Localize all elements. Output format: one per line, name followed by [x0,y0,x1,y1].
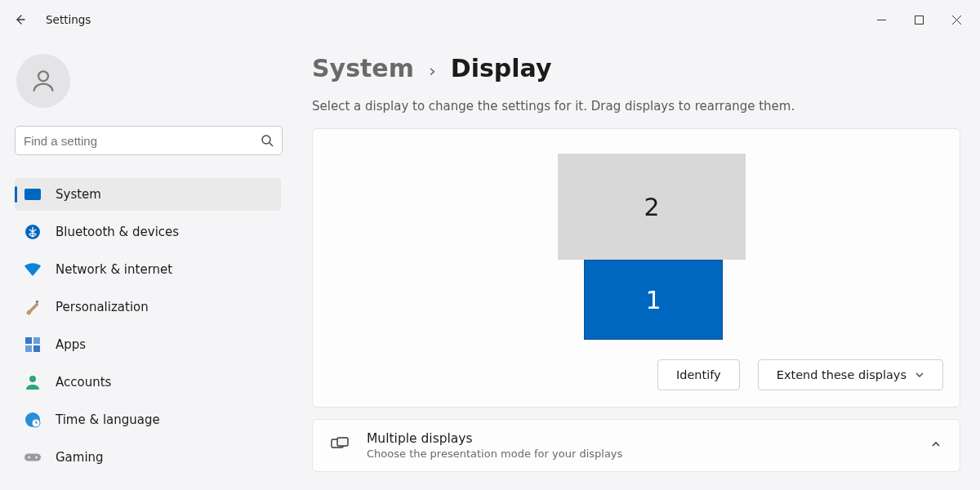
close-icon [952,16,961,24]
wifi-icon [24,261,41,278]
display-tile-2[interactable]: 2 [558,154,746,260]
svg-rect-13 [24,453,41,461]
window-controls [862,7,975,33]
svg-rect-9 [33,345,40,352]
search-input[interactable] [24,134,261,148]
identify-button[interactable]: Identify [657,359,740,390]
sidebar-item-label: Bluetooth & devices [56,225,179,239]
breadcrumb: System › Display [312,54,957,82]
user-icon [29,67,57,95]
apps-icon [24,336,41,353]
sidebar-item-label: Apps [56,337,86,352]
search-box[interactable] [15,126,283,155]
bluetooth-icon [24,224,41,240]
sidebar-item-label: Gaming [56,450,104,465]
sidebar-item-label: Accounts [56,375,111,390]
display-arrangement-area[interactable]: 2 1 [329,154,943,341]
svg-rect-7 [33,337,40,344]
sidebar-item-system[interactable]: System [15,178,281,211]
section-subtitle: Choose the presentation mode for your di… [367,448,912,460]
section-title: Multiple displays [367,431,912,446]
card-actions: Identify Extend these displays [329,359,943,390]
svg-point-14 [28,457,30,459]
sidebar-item-label: Network & internet [56,262,172,277]
sidebar-item-label: Personalization [56,300,149,314]
display-label: 1 [645,286,661,314]
sidebar-item-bluetooth[interactable]: Bluetooth & devices [15,216,281,248]
titlebar: Settings [0,0,980,39]
svg-point-2 [262,136,270,144]
svg-rect-17 [337,438,348,446]
accounts-icon [24,374,41,390]
display-icon [24,186,41,203]
page-subtitle: Select a display to change the settings … [312,99,957,114]
minimize-button[interactable] [862,7,900,33]
display-mode-dropdown[interactable]: Extend these displays [758,359,943,390]
avatar[interactable] [16,54,70,108]
close-button[interactable] [938,7,975,33]
globe-clock-icon [24,412,41,428]
svg-rect-0 [915,16,923,24]
svg-rect-8 [25,345,32,352]
sidebar-item-apps[interactable]: Apps [15,328,281,361]
minimize-icon [877,16,886,24]
sidebar-item-gaming[interactable]: Gaming [15,441,281,474]
sidebar: System Bluetooth & devices Network & int… [0,39,294,490]
search-icon [261,134,274,147]
button-label: Identify [676,368,721,381]
arrow-left-icon [13,13,26,26]
maximize-icon [915,16,924,24]
display-label: 2 [644,193,659,221]
sidebar-item-label: System [56,187,101,202]
chevron-right-icon: › [429,60,436,81]
sidebar-item-personalization[interactable]: Personalization [15,291,281,323]
page-title: Display [451,54,552,82]
sidebar-item-time-language[interactable]: Time & language [15,403,281,436]
multiple-displays-section[interactable]: Multiple displays Choose the presentatio… [312,419,960,472]
svg-point-15 [35,457,38,459]
sidebar-item-accounts[interactable]: Accounts [15,366,281,399]
paintbrush-icon [24,299,41,315]
back-button[interactable] [3,3,36,36]
sidebar-item-label: Time & language [56,412,160,427]
section-text: Multiple displays Choose the presentatio… [367,431,912,460]
svg-rect-6 [25,337,32,344]
breadcrumb-parent[interactable]: System [312,54,414,82]
chevron-up-icon [930,438,942,453]
nav: System Bluetooth & devices Network & int… [15,178,281,474]
svg-point-10 [29,376,36,382]
gamepad-icon [24,449,41,466]
svg-rect-5 [35,300,38,303]
display-tile-1[interactable]: 1 [584,260,723,340]
chevron-down-icon [915,370,924,380]
svg-rect-3 [24,189,41,200]
app-title: Settings [46,13,91,26]
svg-point-1 [38,71,48,81]
main: System › Display Select a display to cha… [294,39,980,490]
maximize-button[interactable] [900,7,938,33]
display-arrangement-card: 2 1 Identify Extend these displays [312,128,960,408]
multiple-displays-icon [331,437,349,455]
sidebar-item-network[interactable]: Network & internet [15,253,281,286]
dropdown-label: Extend these displays [777,368,906,381]
